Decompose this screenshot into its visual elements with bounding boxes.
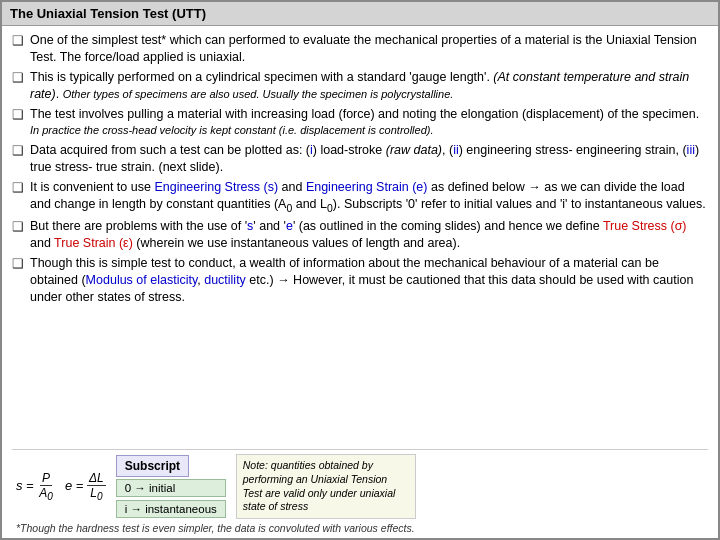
bullet-marker: ❑ [12,106,24,140]
page-title: The Uniaxial Tension Test (UTT) [10,6,206,21]
list-item: ❑ Data acquired from such a test can be … [12,142,708,176]
list-item: ❑ One of the simplest test* which can pe… [12,32,708,66]
denominator-e: L0 [88,486,104,502]
numerator-e: ΔL [87,471,106,486]
denominator-s: A0 [37,486,55,502]
note-box: Note: quantities obtained by performing … [236,454,416,519]
list-item: ❑ This is typically performed on a cylin… [12,69,708,103]
list-item: ❑ Though this is simple test to conduct,… [12,255,708,306]
bullet-marker: ❑ [12,255,24,306]
bullet-text-1: One of the simplest test* which can perf… [30,32,708,66]
bullet-text-6: But there are problems with the use of '… [30,218,708,252]
bullet-list: ❑ One of the simplest test* which can pe… [12,32,708,447]
formula-s: s = P A0 [16,471,55,502]
bullet-marker: ❑ [12,179,24,215]
bullet-text-4: Data acquired from such a test can be pl… [30,142,708,176]
subscript-area: Subscript 0 → initial i → instantaneous [116,455,226,518]
subscript-label: Subscript [116,455,189,477]
main-page: The Uniaxial Tension Test (UTT) ❑ One of… [0,0,720,540]
formula-e: e = ΔL L0 [65,471,106,502]
list-item: ❑ It is convenient to use Engineering St… [12,179,708,215]
bullet-text-7: Though this is simple test to conduct, a… [30,255,708,306]
callout-boxes: 0 → initial i → instantaneous [116,479,226,518]
bullet-text-2: This is typically performed on a cylindr… [30,69,708,103]
bullet-marker: ❑ [12,218,24,252]
note-text: Note: quantities obtained by performing … [243,459,396,512]
bullet-text-5: It is convenient to use Engineering Stre… [30,179,708,215]
fraction-s: P A0 [37,471,55,502]
list-item: ❑ But there are problems with the use of… [12,218,708,252]
title-bar: The Uniaxial Tension Test (UTT) [2,2,718,26]
callout-group: 0 → initial i → instantaneous [116,479,226,518]
list-item: ❑ The test involves pulling a material w… [12,106,708,140]
bottom-left: s = P A0 e = ΔL L0 [16,454,704,534]
bullet-marker: ❑ [12,69,24,103]
callout-instantaneous: i → instantaneous [116,500,226,518]
callout-initial: 0 → initial [116,479,226,497]
bottom-section: s = P A0 e = ΔL L0 [12,449,708,536]
bullet-marker: ❑ [12,142,24,176]
fraction-e: ΔL L0 [87,471,106,502]
footnote: *Though the hardness test is even simple… [16,522,704,534]
bullet-text-3: The test involves pulling a material wit… [30,106,708,140]
bullet-marker: ❑ [12,32,24,66]
content-area: ❑ One of the simplest test* which can pe… [2,26,718,538]
numerator-s: P [40,471,52,486]
